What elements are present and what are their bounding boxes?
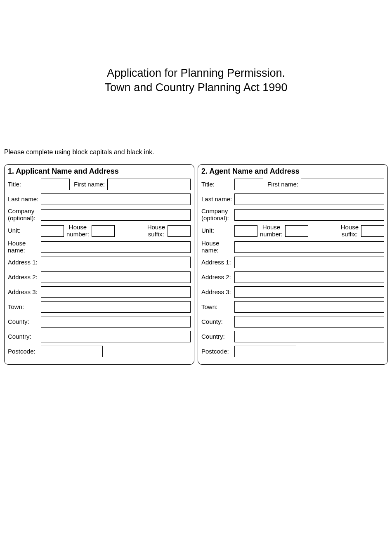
applicant-housesuffix-label: House suffix: bbox=[145, 224, 168, 238]
applicant-country-label: Country: bbox=[8, 333, 41, 340]
applicant-postcode-label: Postcode: bbox=[8, 348, 41, 355]
applicant-company-field[interactable] bbox=[41, 209, 191, 221]
agent-address3-field[interactable] bbox=[234, 286, 384, 298]
agent-postcode-label: Postcode: bbox=[201, 348, 234, 355]
agent-address1-label: Address 1: bbox=[201, 259, 234, 266]
applicant-housesuffix-field[interactable] bbox=[168, 225, 191, 237]
applicant-country-field[interactable] bbox=[41, 331, 191, 342]
agent-country-label: Country: bbox=[201, 333, 234, 340]
applicant-town-field[interactable] bbox=[41, 301, 191, 313]
agent-address2-field[interactable] bbox=[234, 271, 384, 283]
applicant-address1-label: Address 1: bbox=[8, 259, 41, 266]
applicant-unit-label: Unit: bbox=[8, 227, 41, 234]
agent-housename-field[interactable] bbox=[234, 241, 384, 253]
applicant-heading: 1. Applicant Name and Address bbox=[8, 167, 191, 176]
applicant-section: 1. Applicant Name and Address Title: Fir… bbox=[4, 164, 194, 365]
applicant-address3-field[interactable] bbox=[41, 286, 191, 298]
agent-postcode-field[interactable] bbox=[234, 346, 296, 357]
title-line-1: Application for Planning Permission. bbox=[4, 66, 388, 80]
applicant-address3-label: Address 3: bbox=[8, 289, 41, 296]
applicant-county-label: County: bbox=[8, 318, 41, 325]
applicant-housename-field[interactable] bbox=[41, 241, 191, 253]
applicant-address2-label: Address 2: bbox=[8, 274, 41, 281]
applicant-title-label: Title: bbox=[8, 181, 41, 188]
agent-country-field[interactable] bbox=[234, 331, 384, 342]
agent-address2-label: Address 2: bbox=[201, 274, 234, 281]
agent-housename-label: House name: bbox=[201, 240, 234, 254]
applicant-firstname-label: First name: bbox=[70, 181, 107, 188]
agent-housesuffix-label: House suffix: bbox=[338, 224, 361, 238]
agent-firstname-field[interactable] bbox=[301, 179, 384, 190]
applicant-housename-label: House name: bbox=[8, 240, 41, 254]
applicant-title-field[interactable] bbox=[41, 179, 70, 190]
agent-lastname-field[interactable] bbox=[234, 193, 384, 205]
applicant-address1-field[interactable] bbox=[41, 257, 191, 268]
agent-unit-field[interactable] bbox=[234, 225, 257, 237]
document-title-block: Application for Planning Permission. Tow… bbox=[4, 66, 388, 95]
agent-housesuffix-field[interactable] bbox=[361, 225, 384, 237]
agent-firstname-label: First name: bbox=[263, 181, 301, 188]
agent-section: 2. Agent Name and Address Title: First n… bbox=[198, 164, 388, 365]
applicant-lastname-label: Last name: bbox=[8, 196, 41, 203]
agent-heading: 2. Agent Name and Address bbox=[201, 167, 384, 176]
instruction-text: Please complete using block capitals and… bbox=[4, 149, 388, 156]
applicant-town-label: Town: bbox=[8, 304, 41, 311]
applicant-address2-field[interactable] bbox=[41, 271, 191, 283]
agent-county-label: County: bbox=[201, 318, 234, 325]
agent-address1-field[interactable] bbox=[234, 257, 384, 268]
agent-town-field[interactable] bbox=[234, 301, 384, 313]
applicant-postcode-field[interactable] bbox=[41, 346, 103, 357]
agent-company-label: Company (optional): bbox=[201, 208, 234, 222]
agent-lastname-label: Last name: bbox=[201, 196, 234, 203]
applicant-housenumber-field[interactable] bbox=[92, 225, 115, 237]
agent-company-field[interactable] bbox=[234, 209, 384, 221]
applicant-lastname-field[interactable] bbox=[41, 193, 191, 205]
agent-housenumber-field[interactable] bbox=[285, 225, 308, 237]
agent-title-field[interactable] bbox=[234, 179, 263, 190]
agent-county-field[interactable] bbox=[234, 316, 384, 328]
applicant-county-field[interactable] bbox=[41, 316, 191, 328]
title-line-2: Town and Country Planning Act 1990 bbox=[4, 80, 388, 95]
agent-town-label: Town: bbox=[201, 304, 234, 311]
applicant-unit-field[interactable] bbox=[41, 225, 64, 237]
agent-address3-label: Address 3: bbox=[201, 289, 234, 296]
agent-unit-label: Unit: bbox=[201, 227, 234, 234]
agent-housenumber-label: House number: bbox=[257, 224, 285, 238]
applicant-firstname-field[interactable] bbox=[107, 179, 191, 190]
applicant-company-label: Company (optional): bbox=[8, 208, 41, 222]
applicant-housenumber-label: House number: bbox=[64, 224, 92, 238]
agent-title-label: Title: bbox=[201, 181, 234, 188]
